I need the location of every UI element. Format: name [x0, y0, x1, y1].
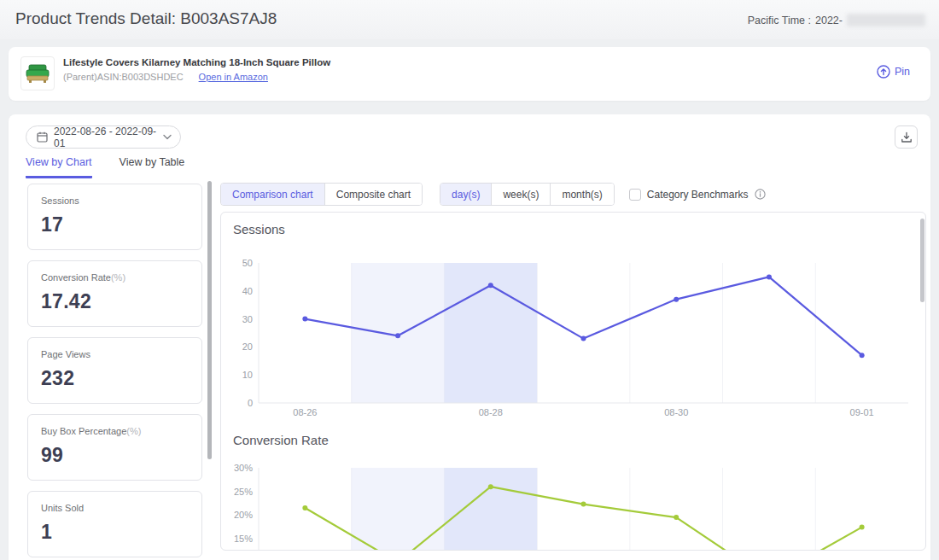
pin-button[interactable]: Pin — [877, 65, 910, 79]
category-benchmarks-control: Category Benchmarks — [629, 189, 766, 201]
calendar-icon — [37, 131, 48, 143]
chip-week-s[interactable]: week(s) — [491, 184, 550, 205]
svg-text:08-26: 08-26 — [293, 407, 317, 417]
metric-unit: (%) — [111, 272, 125, 283]
chart-panel-scrollbar[interactable] — [920, 219, 924, 302]
metric-card-sessions: Sessions17 — [27, 184, 202, 250]
chart-panel: 5040302010008-2608-2808-3009-0130%25%20%… — [220, 212, 926, 551]
svg-text:08-28: 08-28 — [479, 407, 503, 417]
info-icon — [755, 189, 766, 200]
svg-text:20%: 20% — [234, 510, 253, 520]
timezone-label: Pacific Time : — [748, 15, 811, 26]
timezone-display: Pacific Time : 2022- — [748, 14, 925, 26]
metric-unit: (%) — [126, 426, 141, 436]
date-range-value: 2022-08-26 - 2022-09-01 — [54, 125, 157, 149]
metric-value: 17 — [41, 213, 189, 236]
product-title: Lifestyle Covers Kilarney Matching 18-In… — [63, 57, 330, 67]
svg-text:30%: 30% — [234, 463, 253, 473]
download-button[interactable] — [895, 125, 918, 149]
category-benchmarks-checkbox[interactable] — [629, 189, 641, 201]
chip-day-s[interactable]: day(s) — [440, 184, 491, 205]
timezone-value-prefix: 2022- — [815, 15, 843, 26]
svg-text:15%: 15% — [234, 534, 253, 544]
svg-text:09-01: 09-01 — [850, 407, 874, 417]
view-tabs: View by ChartView by Table — [26, 156, 184, 178]
svg-text:25%: 25% — [234, 487, 253, 497]
chart-title-conversion-rate: Conversion Rate — [233, 433, 329, 447]
svg-text:40: 40 — [242, 286, 253, 296]
metric-label: Units Sold — [41, 503, 189, 513]
granularity-toggle: day(s)week(s)month(s) — [440, 183, 615, 206]
chevron-down-icon — [163, 134, 172, 140]
pin-arrow-up-icon — [877, 65, 890, 79]
chip-composite-chart[interactable]: Composite chart — [324, 184, 422, 205]
category-benchmarks-label: Category Benchmarks — [647, 189, 749, 201]
redacted-timestamp — [847, 14, 925, 26]
metrics-list: Sessions17Conversion Rate(%)17.42Page Vi… — [27, 184, 202, 557]
metric-label: Page Views — [41, 349, 189, 359]
chart-controls: Comparison chartComposite chart day(s)we… — [220, 183, 766, 206]
metric-card-page-views: Page Views232 — [27, 337, 202, 404]
metric-value: 1 — [41, 521, 189, 544]
metric-value: 17.42 — [41, 290, 189, 313]
date-range-picker[interactable]: 2022-08-26 - 2022-09-01 — [26, 125, 181, 149]
svg-text:0: 0 — [248, 398, 253, 408]
chip-month-s[interactable]: month(s) — [550, 184, 613, 205]
top-header-bar: Product Trends Detail: B003AS7AJ8 Pacifi… — [0, 0, 939, 39]
metric-label: Conversion Rate(%) — [41, 272, 189, 283]
product-asin: (Parent)ASIN:B003DSHDEC — [63, 72, 184, 82]
metric-card-units-sold: Units Sold1 — [27, 491, 202, 557]
main-content-card: 2022-08-26 - 2022-09-01 View by ChartVie… — [9, 114, 930, 560]
product-thumbnail — [20, 56, 55, 90]
chart-type-toggle: Comparison chartComposite chart — [220, 183, 423, 206]
metric-value: 232 — [41, 367, 189, 390]
sofa-image — [25, 62, 50, 85]
svg-text:50: 50 — [242, 258, 253, 268]
svg-text:10: 10 — [242, 370, 253, 380]
tab-view-by-table[interactable]: View by Table — [120, 156, 185, 178]
chart-title-sessions: Sessions — [233, 222, 285, 236]
pin-label: Pin — [895, 66, 910, 78]
metric-value: 99 — [41, 444, 189, 467]
product-info-card: Lifestyle Covers Kilarney Matching 18-In… — [9, 47, 930, 101]
charts-canvas: 5040302010008-2608-2808-3009-0130%25%20%… — [221, 213, 926, 551]
open-in-amazon-link[interactable]: Open in Amazon — [199, 72, 268, 82]
metric-card-conversion-rate: Conversion Rate(%)17.42 — [27, 260, 202, 327]
metric-label: Buy Box Percentage(%) — [41, 426, 189, 436]
svg-text:20: 20 — [242, 341, 253, 352]
metric-label: Sessions — [41, 195, 189, 206]
download-icon — [901, 131, 913, 143]
svg-text:08-30: 08-30 — [664, 407, 688, 417]
svg-text:30: 30 — [242, 314, 253, 324]
metrics-scrollbar[interactable] — [207, 181, 212, 459]
chip-comparison-chart[interactable]: Comparison chart — [221, 184, 324, 205]
metric-card-buy-box-percentage: Buy Box Percentage(%)99 — [27, 414, 202, 481]
page-title: Product Trends Detail: B003AS7AJ8 — [15, 9, 277, 28]
tab-view-by-chart[interactable]: View by Chart — [26, 156, 92, 178]
